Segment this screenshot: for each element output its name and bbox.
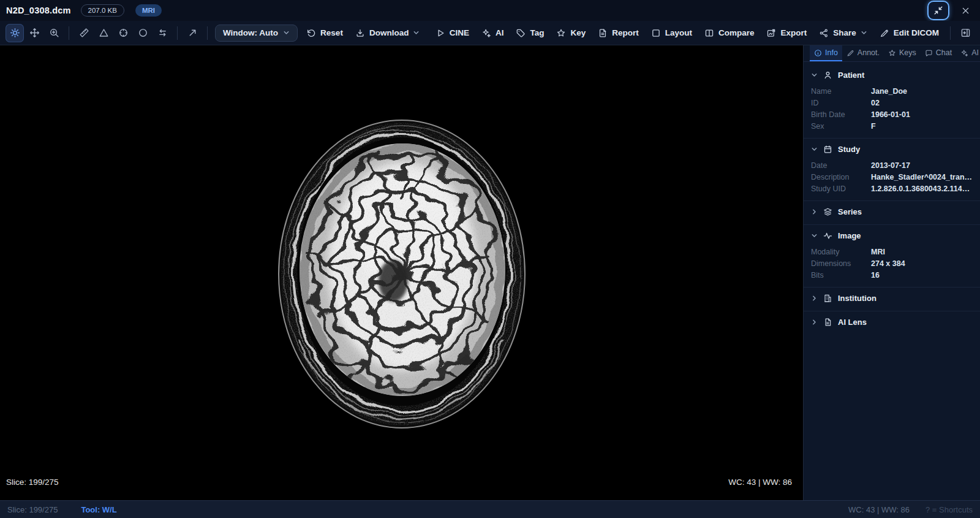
section-ai-lens-header[interactable]: AI Lens [811, 313, 973, 331]
zoom-tool-button[interactable] [45, 24, 63, 42]
title-bar: N2D_0308.dcm 207.0 KB MRI [0, 0, 980, 21]
cine-button[interactable]: CINE [429, 24, 475, 42]
section-title: Patient [838, 70, 864, 80]
ellipse-roi-tool-button[interactable] [134, 24, 152, 42]
tab-label: Keys [899, 48, 916, 57]
document-icon [823, 318, 832, 327]
file-name: N2D_0308.dcm [6, 6, 71, 15]
document-icon [598, 28, 608, 38]
mri-brain-image [0, 45, 803, 500]
info-row: Date2013-07-17 [811, 159, 973, 171]
ai-button[interactable]: AI [475, 24, 510, 42]
arrow-annotate-tool-button[interactable] [183, 24, 202, 42]
chevron-down-icon [283, 29, 290, 36]
waveform-icon [823, 231, 832, 240]
pan-tool-button[interactable] [25, 24, 43, 42]
info-row: DescriptionHanke_Stadler^0024_transrep [811, 171, 973, 183]
status-active-tool[interactable]: Tool: W/L [81, 505, 116, 514]
ruler-tool-button[interactable] [75, 24, 93, 42]
info-row: Study UID1.2.826.0.1.3680043.2.1143.2... [811, 183, 973, 194]
compare-label: Compare [718, 28, 755, 37]
download-icon [355, 28, 365, 38]
section-study-header[interactable]: Study [811, 140, 973, 158]
share-button[interactable]: Share [813, 24, 873, 42]
download-label: Download [369, 28, 409, 37]
export-image-icon [766, 28, 776, 38]
chevron-right-icon [811, 208, 818, 215]
panel-right-icon [960, 28, 971, 38]
tag-button[interactable]: Tag [510, 24, 550, 42]
brightness-sun-icon [10, 28, 20, 38]
status-left: Slice: 199/275 Tool: W/L [7, 505, 140, 514]
section-title: Series [838, 207, 862, 216]
probe-tool-button[interactable] [114, 24, 132, 42]
section-image: Image ModalityMRI Dimensions274 x 384 Bi… [804, 224, 980, 287]
circle-icon [138, 28, 148, 38]
sparkles-icon [960, 49, 968, 57]
info-row: ID02 [811, 97, 973, 109]
info-icon [814, 49, 822, 57]
angle-tool-button[interactable] [94, 24, 113, 42]
tab-keys[interactable]: Keys [884, 45, 921, 61]
window-level-tool-button[interactable] [6, 24, 24, 42]
info-row: SexF [811, 120, 973, 132]
section-title: Study [838, 145, 860, 154]
toolbar: Window: Auto Reset Download [0, 21, 980, 45]
move-icon [29, 28, 40, 38]
sparkles-icon [481, 28, 491, 38]
status-slice: Slice: 199/275 [7, 505, 58, 514]
section-institution: Institution [804, 287, 980, 311]
key-image-button[interactable]: Key [550, 24, 592, 42]
main-area: Slice: 199/275 WC: 43 | WW: 86 Info Anno… [0, 45, 980, 500]
toolbar-divider [177, 26, 178, 40]
slice-counter-overlay: Slice: 199/275 [6, 478, 59, 487]
layout-button[interactable]: Layout [645, 24, 698, 42]
flip-tool-button[interactable] [153, 24, 172, 42]
section-series-header[interactable]: Series [811, 202, 973, 221]
toolbar-divider [950, 26, 951, 40]
panel-toggle-button[interactable] [956, 24, 974, 42]
section-study: Study Date2013-07-17 DescriptionHanke_St… [804, 138, 980, 200]
section-institution-header[interactable]: Institution [811, 289, 973, 307]
info-row: Birth Date1966-01-01 [811, 109, 973, 120]
tab-chat[interactable]: Chat [921, 45, 956, 61]
chevron-down-icon [811, 232, 818, 239]
person-icon [823, 70, 832, 80]
window-preset-label: Window: Auto [223, 28, 278, 37]
window-preset-button[interactable]: Window: Auto [215, 25, 298, 42]
zoom-in-icon [49, 28, 59, 38]
export-button[interactable]: Export [760, 24, 813, 42]
tab-info[interactable]: Info [810, 45, 842, 61]
cine-label: CINE [450, 28, 469, 37]
study-rows: Date2013-07-17 DescriptionHanke_Stadler^… [811, 158, 973, 197]
chevron-right-icon [811, 295, 818, 302]
compare-button[interactable]: Compare [698, 24, 761, 42]
split-columns-icon [704, 28, 714, 38]
section-title: Image [838, 231, 861, 240]
tab-ai[interactable]: AI [956, 45, 980, 61]
edit-dicom-label: Edit DICOM [894, 28, 939, 37]
image-viewport[interactable]: Slice: 199/275 WC: 43 | WW: 86 [0, 45, 803, 500]
section-title: Institution [838, 294, 876, 303]
section-image-header[interactable]: Image [811, 226, 973, 245]
reset-button[interactable]: Reset [300, 24, 349, 42]
section-patient-header[interactable]: Patient [811, 66, 973, 84]
arrow-up-right-icon [187, 28, 198, 38]
compress-icon [933, 6, 943, 15]
tab-annotations[interactable]: Annot. [842, 45, 884, 61]
layers-icon [823, 207, 832, 216]
tab-label: Chat [936, 48, 952, 57]
file-size-badge: 207.0 KB [81, 4, 124, 17]
play-icon [435, 28, 445, 38]
star-icon [888, 49, 896, 57]
export-label: Export [780, 28, 807, 37]
report-button[interactable]: Report [592, 24, 645, 42]
exit-fullscreen-button[interactable] [929, 2, 948, 19]
edit-dicom-button[interactable]: Edit DICOM [873, 24, 945, 42]
target-icon [118, 28, 129, 38]
close-button[interactable] [958, 3, 973, 18]
chevron-down-icon [861, 29, 867, 36]
download-button[interactable]: Download [349, 24, 426, 42]
info-row: Bits16 [811, 269, 973, 281]
close-icon [961, 6, 970, 15]
